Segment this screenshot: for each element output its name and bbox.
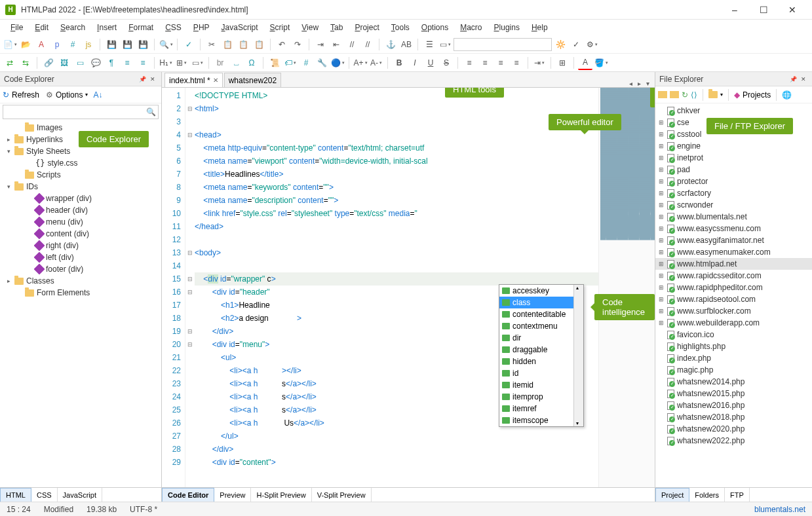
link-icon[interactable]: 🔗 (41, 56, 56, 70)
bottom-tab[interactable]: CSS (31, 488, 58, 502)
tree-item[interactable]: right (div) (0, 240, 161, 251)
file-item[interactable]: ⊞www.rapidphpeditor.com (655, 282, 812, 293)
menu-project[interactable]: Project (349, 22, 384, 33)
tree-item[interactable]: content (div) (0, 228, 161, 240)
minimap[interactable]: ████████████████████████████████████████… (598, 88, 655, 487)
folder-open-icon[interactable] (658, 91, 667, 98)
div-icon[interactable]: ▭ (73, 56, 87, 70)
file-item[interactable]: ⊞inetprot (655, 152, 812, 164)
menu-tab[interactable]: Tab (325, 22, 348, 33)
sort-icon[interactable]: A↓ (93, 90, 102, 100)
folder-up-icon[interactable] (670, 91, 679, 98)
font-inc-button[interactable]: A+ (353, 56, 368, 70)
file-item[interactable]: ⊞www.easymenumaker.com (655, 246, 812, 258)
file-item[interactable]: chkver (655, 105, 812, 117)
editor-tab[interactable]: index.html *✕ (164, 73, 223, 87)
italic-button[interactable]: I (408, 56, 422, 70)
file-item[interactable]: ⊞www.easycssmenu.com (655, 223, 812, 234)
color-button[interactable]: 🔵 (330, 56, 345, 70)
menu-format[interactable]: Format (123, 22, 159, 33)
css-doc-button[interactable]: # (66, 37, 80, 52)
file-item[interactable]: whatsnew2014.php (655, 376, 812, 388)
open-button[interactable]: 📂 (18, 37, 33, 52)
intellisense-option[interactable]: itemref (499, 403, 583, 415)
intellisense-option[interactable]: contextmenu (499, 320, 583, 332)
tree-item[interactable]: ▾IDs (0, 181, 161, 193)
file-item[interactable]: magic.php (655, 364, 812, 376)
intellisense-option[interactable]: dir (499, 332, 583, 344)
clipboard-button[interactable]: 📋 (252, 37, 266, 52)
file-item[interactable]: whatsnew2016.php (655, 399, 812, 411)
indent-tool-button[interactable]: ⇥ (532, 56, 547, 70)
comment-icon[interactable]: 💬 (88, 56, 103, 70)
menu-options[interactable]: Options (416, 22, 454, 33)
validate-drop[interactable]: ⚙ (585, 37, 599, 52)
folder-icon[interactable] (708, 91, 718, 98)
search-icon[interactable]: 🔍 (146, 107, 156, 117)
search-button[interactable]: 🔍 (159, 37, 173, 52)
paragraph-icon[interactable]: ¶ (104, 56, 119, 70)
tree-item[interactable]: menu (div) (0, 216, 161, 228)
file-explorer-tree[interactable]: chkver⊞cse⊞csstool⊞engine⊞inetprot⊞pad⊞p… (655, 103, 812, 487)
find-replace-button[interactable]: AB (399, 37, 414, 52)
spellcheck-button[interactable]: ✓ (182, 37, 196, 52)
intellisense-option[interactable]: itemscope (499, 415, 583, 426)
intellisense-option[interactable]: hidden (499, 356, 583, 367)
file-item[interactable]: ⊞www.rapidseotool.com (655, 293, 812, 305)
file-item[interactable]: ⊞www.blumentals.net (655, 211, 812, 223)
file-item[interactable]: favicon.ico (655, 329, 812, 341)
comment-button[interactable]: // (345, 37, 359, 52)
file-item[interactable]: ⊞www.webuilderapp.com (655, 317, 812, 329)
form-button[interactable]: ▭ (190, 56, 204, 70)
panel-close-icon[interactable]: ✕ (148, 75, 157, 84)
highlight-button[interactable]: 🔆 (553, 37, 568, 52)
menu-css[interactable]: CSS (160, 22, 187, 33)
code-editor[interactable]: 1234567891011121314151617181920212223242… (162, 88, 655, 487)
save-web-button[interactable]: 💾 (136, 37, 150, 52)
menu-search[interactable]: Search (55, 22, 90, 33)
file-item[interactable]: ⊞www.surfblocker.com (655, 305, 812, 317)
close-button[interactable]: ✕ (778, 0, 807, 20)
validate-button[interactable]: ✓ (569, 37, 583, 52)
bold-button[interactable]: B (392, 56, 406, 70)
file-item[interactable]: whatsnew2015.php (655, 388, 812, 399)
file-item[interactable]: index.php (655, 352, 812, 364)
align-left-button[interactable]: ≡ (462, 56, 476, 70)
code-explorer-search[interactable] (3, 105, 159, 119)
file-item[interactable]: ⊞protector (655, 175, 812, 187)
editor-tab[interactable]: whatsnew202 (224, 73, 281, 87)
save-button[interactable]: 💾 (104, 37, 119, 52)
menu-macro[interactable]: Macro (455, 22, 487, 33)
new-button[interactable]: 📄 (3, 37, 17, 52)
intellisense-popup[interactable]: accesskeyclasscontenteditablecontextmenu… (499, 284, 584, 427)
refresh-label[interactable]: Refresh (12, 90, 39, 100)
font-color-button[interactable]: A (578, 56, 592, 70)
menu-tools[interactable]: Tools (386, 22, 415, 33)
file-item[interactable]: ⊞pad (655, 164, 812, 175)
underline-button[interactable]: U (423, 56, 438, 70)
file-item[interactable]: whatsnew2020.php (655, 423, 812, 435)
tool-button[interactable]: 🔧 (315, 56, 329, 70)
bottom-tab[interactable]: FTP (725, 488, 750, 502)
tab-prev[interactable]: ◂ (627, 80, 635, 87)
file-item[interactable]: ⊞engine (655, 140, 812, 152)
file-item[interactable]: whatsnew2022.php (655, 435, 812, 447)
file-item[interactable]: ⊞www.easygifanimator.net (655, 234, 812, 246)
br-button[interactable]: br (213, 56, 227, 70)
file-item[interactable]: whatsnew2018.php (655, 411, 812, 423)
tree-item[interactable]: footer (div) (0, 263, 161, 275)
intellisense-option[interactable]: id (499, 367, 583, 379)
bottom-tab[interactable]: JavaScript (58, 488, 102, 502)
intellisense-option[interactable]: contenteditable (499, 308, 583, 320)
tree-item[interactable]: Form Elements (0, 287, 161, 299)
tree-item[interactable]: Scripts (0, 169, 161, 181)
refresh-icon[interactable]: ↻ (3, 90, 9, 100)
font-dec-button[interactable]: A- (369, 56, 383, 70)
intellisense-option[interactable]: itemid (499, 379, 583, 391)
projects-label[interactable]: Projects (743, 90, 771, 100)
file-item[interactable]: ⊞www.htmlpad.net (655, 258, 812, 270)
browser-preview-button[interactable]: ⚓ (383, 37, 398, 52)
tag-start-button[interactable]: ⇄ (3, 56, 17, 70)
menu-view[interactable]: View (296, 22, 324, 33)
script-button[interactable]: 📜 (267, 56, 282, 70)
